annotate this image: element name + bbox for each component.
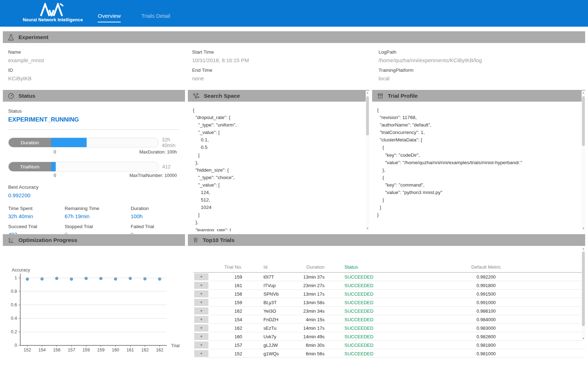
table-cell: g1WQs — [246, 351, 300, 356]
optimization-section-bar: Optimization Progress — [3, 234, 185, 246]
duration-progress: Duration 32h 40min — [8, 137, 185, 148]
optimization-chart: 00.20.40.60.8115215415615715915916016116… — [3, 246, 185, 366]
svg-text:0: 0 — [15, 343, 17, 348]
field-label: TrainingPlatform — [379, 68, 585, 73]
optimization-panel: Optimization Progress 00.20.40.60.811521… — [3, 234, 185, 366]
svg-text:156: 156 — [53, 348, 60, 352]
svg-text:159: 159 — [82, 348, 90, 352]
scroll-thumb[interactable] — [366, 96, 369, 135]
stat-value: 100h — [131, 213, 185, 219]
trial-profile-section-bar: Trial Profile — [372, 90, 585, 102]
tab-overview[interactable]: Overview — [98, 13, 121, 22]
trial-profile-code: { "revision": 11768, "authorName": "defa… — [372, 102, 585, 231]
col-id: Id — [246, 264, 300, 270]
table-cell: 13min 37s — [300, 274, 325, 280]
archive-box-icon — [377, 93, 383, 99]
stat-label: Succeed Trial — [8, 224, 65, 229]
scroll-thumb[interactable] — [582, 252, 585, 326]
svg-text:0.2: 0.2 — [11, 329, 17, 334]
scroll-up-icon[interactable]: ▲ — [582, 91, 585, 95]
svg-text:Accuracy: Accuracy — [12, 268, 30, 273]
progress-track: Duration — [8, 138, 159, 147]
col-status: Status — [325, 264, 442, 270]
table-cell: 159 — [209, 300, 246, 305]
table-cell: SUCCEEDED — [325, 317, 442, 322]
field-value: local — [379, 75, 585, 81]
expand-row-button[interactable]: + — [194, 315, 209, 324]
table-row: +154FnDZH4min 15sSUCCEEDED0.984000 — [194, 315, 585, 324]
svg-text:1: 1 — [15, 275, 17, 280]
table-header-row: Trial No. Id Duration Status Default Met… — [194, 262, 585, 273]
nni-logo: Neural Network Intelligence — [23, 3, 83, 22]
section-title: Trial Profile — [388, 93, 418, 99]
table-cell: SUCCEEDED — [325, 291, 442, 297]
experiment-panel: Experiment Name example_mnist ID KCiBytK… — [3, 31, 585, 87]
svg-text:Trial: Trial — [171, 343, 180, 348]
table-cell: 0.992200 — [442, 274, 530, 280]
table-cell: 4min 15s — [300, 317, 325, 322]
scatter-plot-icon — [8, 237, 14, 243]
expand-row-button[interactable]: + — [194, 349, 209, 358]
col-duration: Duration — [300, 264, 325, 270]
stat-label: Time Spent — [8, 206, 65, 211]
status-value: EXPERIMENT_RUNNING — [8, 116, 185, 123]
expand-row-button[interactable]: + — [194, 273, 209, 281]
field-label: Name — [8, 49, 192, 55]
tab-trials-detail[interactable]: Trials Detail — [141, 13, 170, 22]
field-value: KCiBytKB — [8, 75, 192, 81]
search-space-section-bar: Search Space — [188, 90, 369, 102]
divider — [8, 129, 179, 130]
brand-text: Neural Network Intelligence — [23, 17, 83, 22]
expand-row-button[interactable]: + — [194, 324, 209, 332]
table-cell: 0.991000 — [442, 300, 530, 305]
table-row: +157gL2JW6min 30sSUCCEEDED0.981800 — [194, 341, 585, 349]
scroll-up-icon[interactable]: ▲ — [366, 91, 369, 95]
progress-value: 412 — [162, 164, 170, 169]
expand-row-button[interactable]: + — [194, 341, 209, 349]
col-trial-no: Trial No. — [209, 264, 246, 270]
field-value: 10/31/2018, 8:16:15 PM — [192, 57, 379, 63]
svg-text:152: 152 — [24, 348, 31, 352]
expand-row-button[interactable]: + — [194, 298, 209, 307]
svg-text:0.4: 0.4 — [11, 316, 17, 321]
trial-profile-scrollbar[interactable]: ▲ ▼ — [582, 91, 585, 231]
section-title: Search Space — [204, 93, 240, 99]
table-cell: SUCCEEDED — [325, 274, 442, 280]
scatter-point — [55, 277, 58, 280]
scatter-point — [40, 278, 44, 281]
expand-row-button[interactable]: + — [194, 307, 209, 315]
medal-icon — [193, 237, 198, 243]
stat-value: 32h 40min — [8, 213, 65, 219]
search-space-scrollbar[interactable]: ▲ ▼ — [366, 91, 369, 231]
table-cell: 160 — [209, 334, 246, 339]
table-cell: 159 — [209, 274, 246, 280]
table-cell: t0I7T — [246, 274, 300, 280]
scroll-thumb[interactable] — [582, 96, 585, 146]
table-cell: SPNVb — [246, 291, 300, 297]
scroll-down-icon[interactable]: ▼ — [366, 226, 369, 231]
progress-fill — [51, 138, 87, 147]
table-row: +162sEzTu14min 17sSUCCEEDED0.983000 — [194, 324, 585, 332]
expand-row-button[interactable]: + — [194, 281, 209, 290]
section-title: Optimization Progress — [18, 237, 77, 243]
table-row: +162YeI3O23min 34sSUCCEEDED0.986100 — [194, 307, 585, 315]
stat-label: Failed Trial — [131, 224, 185, 229]
app-header: Neural Network Intelligence Overview Tri… — [0, 0, 588, 27]
expand-row-button[interactable]: + — [194, 332, 209, 341]
table-cell: SUCCEEDED — [325, 343, 442, 348]
top-trials-panel: Top10 Trials Trial No. Id Duration Statu… — [188, 234, 585, 366]
scatter-point — [114, 278, 117, 281]
top-trials-scrollbar[interactable]: ▲ ▼ — [582, 247, 585, 341]
scroll-down-icon[interactable]: ▼ — [582, 226, 585, 231]
table-cell: FnDZH — [246, 317, 300, 322]
table-cell: 6min 30s — [300, 343, 325, 348]
scroll-up-icon[interactable]: ▲ — [582, 247, 585, 251]
scroll-down-icon[interactable]: ▼ — [582, 337, 585, 341]
scatter-point — [143, 277, 147, 280]
expand-row-button[interactable]: + — [194, 290, 209, 298]
table-cell: SUCCEEDED — [325, 300, 442, 305]
stat-value: 67h 19min — [65, 213, 131, 219]
status-stats: Time Spent 32h 40min Remaining Time 67h … — [8, 206, 185, 237]
status-panel: Status Status EXPERIMENT_RUNNING Duratio… — [3, 90, 185, 231]
progress-min: 0 — [54, 173, 56, 178]
